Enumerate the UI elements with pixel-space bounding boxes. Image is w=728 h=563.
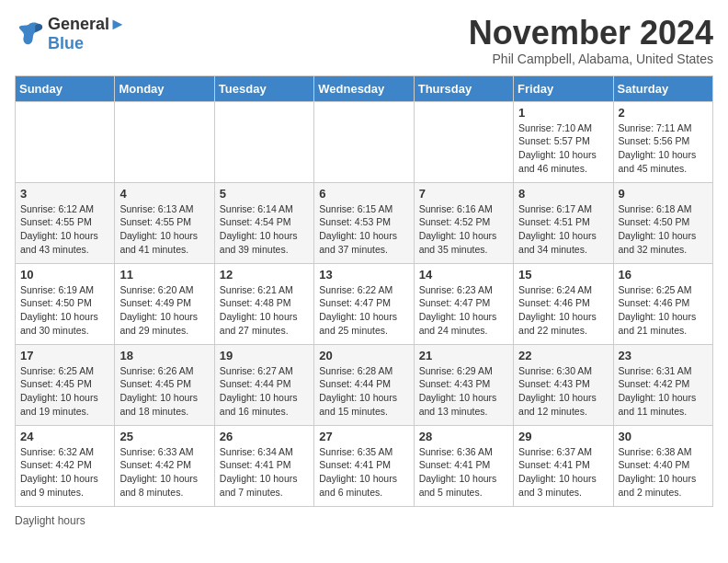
day-number: 12	[220, 268, 309, 282]
day-info: Sunrise: 6:32 AM Sunset: 4:42 PM Dayligh…	[20, 445, 109, 500]
calendar-cell: 26Sunrise: 6:34 AM Sunset: 4:41 PM Dayli…	[214, 425, 313, 506]
calendar-cell: 29Sunrise: 6:37 AM Sunset: 4:41 PM Dayli…	[514, 425, 613, 506]
day-number: 2	[619, 106, 708, 120]
day-number: 14	[419, 268, 508, 282]
calendar-week-row: 17Sunrise: 6:25 AM Sunset: 4:45 PM Dayli…	[16, 344, 713, 425]
day-info: Sunrise: 6:31 AM Sunset: 4:42 PM Dayligh…	[619, 364, 708, 419]
calendar-cell: 19Sunrise: 6:27 AM Sunset: 4:44 PM Dayli…	[214, 344, 313, 425]
calendar-cell: 15Sunrise: 6:24 AM Sunset: 4:46 PM Dayli…	[514, 263, 613, 344]
day-info: Sunrise: 6:28 AM Sunset: 4:44 PM Dayligh…	[319, 364, 408, 419]
day-number: 5	[220, 187, 309, 201]
day-info: Sunrise: 6:34 AM Sunset: 4:41 PM Dayligh…	[220, 445, 309, 500]
calendar-header-row: SundayMondayTuesdayWednesdayThursdayFrid…	[16, 75, 713, 101]
day-info: Sunrise: 6:20 AM Sunset: 4:49 PM Dayligh…	[119, 283, 209, 338]
day-info: Sunrise: 6:21 AM Sunset: 4:48 PM Dayligh…	[220, 283, 309, 338]
day-number: 9	[619, 187, 708, 201]
day-number: 20	[319, 349, 408, 362]
day-number: 24	[20, 430, 109, 443]
day-info: Sunrise: 6:12 AM Sunset: 4:55 PM Dayligh…	[20, 202, 109, 257]
calendar-header-wednesday: Wednesday	[314, 75, 414, 101]
day-number: 17	[20, 349, 109, 362]
calendar-cell: 25Sunrise: 6:33 AM Sunset: 4:42 PM Dayli…	[115, 425, 214, 506]
day-info: Sunrise: 6:25 AM Sunset: 4:45 PM Dayligh…	[20, 364, 109, 419]
day-number: 6	[319, 187, 408, 201]
day-info: Sunrise: 6:22 AM Sunset: 4:47 PM Dayligh…	[319, 283, 408, 338]
day-number: 10	[20, 268, 109, 282]
day-number: 3	[20, 187, 109, 201]
day-info: Sunrise: 6:23 AM Sunset: 4:47 PM Dayligh…	[419, 283, 508, 338]
day-number: 4	[119, 187, 209, 201]
calendar-table: SundayMondayTuesdayWednesdayThursdayFrid…	[15, 75, 713, 507]
day-info: Sunrise: 6:14 AM Sunset: 4:54 PM Dayligh…	[220, 202, 309, 257]
calendar-cell: 2Sunrise: 7:11 AM Sunset: 5:56 PM Daylig…	[613, 101, 712, 182]
calendar-week-row: 3Sunrise: 6:12 AM Sunset: 4:55 PM Daylig…	[16, 182, 713, 263]
day-info: Sunrise: 6:26 AM Sunset: 4:45 PM Dayligh…	[119, 364, 209, 419]
logo-text: General► Blue	[48, 15, 126, 53]
day-number: 8	[518, 187, 608, 201]
day-number: 25	[119, 430, 209, 443]
day-info: Sunrise: 6:37 AM Sunset: 4:41 PM Dayligh…	[518, 445, 608, 500]
calendar-cell: 23Sunrise: 6:31 AM Sunset: 4:42 PM Dayli…	[613, 344, 712, 425]
day-info: Sunrise: 7:10 AM Sunset: 5:57 PM Dayligh…	[518, 121, 608, 176]
calendar-cell: 11Sunrise: 6:20 AM Sunset: 4:49 PM Dayli…	[115, 263, 214, 344]
day-number: 13	[319, 268, 408, 282]
day-number: 11	[119, 268, 209, 282]
day-number: 18	[119, 349, 209, 362]
day-number: 7	[419, 187, 508, 201]
day-number: 27	[319, 430, 408, 443]
calendar-cell: 9Sunrise: 6:18 AM Sunset: 4:50 PM Daylig…	[613, 182, 712, 263]
calendar-header-saturday: Saturday	[613, 75, 712, 101]
day-number: 26	[220, 430, 309, 443]
calendar-cell: 28Sunrise: 6:36 AM Sunset: 4:41 PM Dayli…	[414, 425, 513, 506]
calendar-cell: 18Sunrise: 6:26 AM Sunset: 4:45 PM Dayli…	[115, 344, 214, 425]
day-info: Sunrise: 6:15 AM Sunset: 4:53 PM Dayligh…	[319, 202, 408, 257]
title-block: November 2024 Phil Campbell, Alabama, Un…	[469, 15, 713, 66]
page-header: General► Blue November 2024 Phil Campbel…	[15, 15, 713, 66]
calendar-cell: 1Sunrise: 7:10 AM Sunset: 5:57 PM Daylig…	[514, 101, 613, 182]
day-info: Sunrise: 6:35 AM Sunset: 4:41 PM Dayligh…	[319, 445, 408, 500]
calendar-cell: 6Sunrise: 6:15 AM Sunset: 4:53 PM Daylig…	[314, 182, 414, 263]
calendar-cell: 22Sunrise: 6:30 AM Sunset: 4:43 PM Dayli…	[514, 344, 613, 425]
day-info: Sunrise: 6:38 AM Sunset: 4:40 PM Dayligh…	[619, 445, 708, 500]
calendar-cell: 3Sunrise: 6:12 AM Sunset: 4:55 PM Daylig…	[16, 182, 115, 263]
day-info: Sunrise: 6:25 AM Sunset: 4:46 PM Dayligh…	[619, 283, 708, 338]
day-info: Sunrise: 6:17 AM Sunset: 4:51 PM Dayligh…	[518, 202, 608, 257]
calendar-header-tuesday: Tuesday	[214, 75, 313, 101]
day-number: 29	[518, 430, 608, 443]
calendar-cell: 4Sunrise: 6:13 AM Sunset: 4:55 PM Daylig…	[115, 182, 214, 263]
day-number: 15	[518, 268, 608, 282]
day-number: 16	[619, 268, 708, 282]
calendar-cell	[214, 101, 313, 182]
calendar-cell: 17Sunrise: 6:25 AM Sunset: 4:45 PM Dayli…	[16, 344, 115, 425]
calendar-cell: 21Sunrise: 6:29 AM Sunset: 4:43 PM Dayli…	[414, 344, 513, 425]
calendar-header-sunday: Sunday	[16, 75, 115, 101]
calendar-cell	[314, 101, 414, 182]
month-title: November 2024	[469, 15, 713, 52]
calendar-cell: 5Sunrise: 6:14 AM Sunset: 4:54 PM Daylig…	[214, 182, 313, 263]
footer-note: Daylight hours	[15, 514, 713, 527]
daylight-label: Daylight hours	[15, 514, 85, 527]
day-number: 28	[419, 430, 508, 443]
calendar-cell: 20Sunrise: 6:28 AM Sunset: 4:44 PM Dayli…	[314, 344, 414, 425]
day-number: 23	[619, 349, 708, 362]
calendar-week-row: 10Sunrise: 6:19 AM Sunset: 4:50 PM Dayli…	[16, 263, 713, 344]
logo: General► Blue	[15, 15, 126, 53]
day-info: Sunrise: 6:16 AM Sunset: 4:52 PM Dayligh…	[419, 202, 508, 257]
calendar-cell: 24Sunrise: 6:32 AM Sunset: 4:42 PM Dayli…	[16, 425, 115, 506]
calendar-cell: 14Sunrise: 6:23 AM Sunset: 4:47 PM Dayli…	[414, 263, 513, 344]
calendar-cell	[16, 101, 115, 182]
day-info: Sunrise: 6:30 AM Sunset: 4:43 PM Dayligh…	[518, 364, 608, 419]
day-info: Sunrise: 6:27 AM Sunset: 4:44 PM Dayligh…	[220, 364, 309, 419]
calendar-cell: 12Sunrise: 6:21 AM Sunset: 4:48 PM Dayli…	[214, 263, 313, 344]
location-subtitle: Phil Campbell, Alabama, United States	[469, 52, 713, 66]
day-info: Sunrise: 6:24 AM Sunset: 4:46 PM Dayligh…	[518, 283, 608, 338]
calendar-cell	[414, 101, 513, 182]
calendar-week-row: 1Sunrise: 7:10 AM Sunset: 5:57 PM Daylig…	[16, 101, 713, 182]
day-info: Sunrise: 6:18 AM Sunset: 4:50 PM Dayligh…	[619, 202, 708, 257]
day-number: 19	[220, 349, 309, 362]
day-number: 30	[619, 430, 708, 443]
calendar-cell	[115, 101, 214, 182]
calendar-header-thursday: Thursday	[414, 75, 513, 101]
calendar-cell: 8Sunrise: 6:17 AM Sunset: 4:51 PM Daylig…	[514, 182, 613, 263]
calendar-cell: 10Sunrise: 6:19 AM Sunset: 4:50 PM Dayli…	[16, 263, 115, 344]
